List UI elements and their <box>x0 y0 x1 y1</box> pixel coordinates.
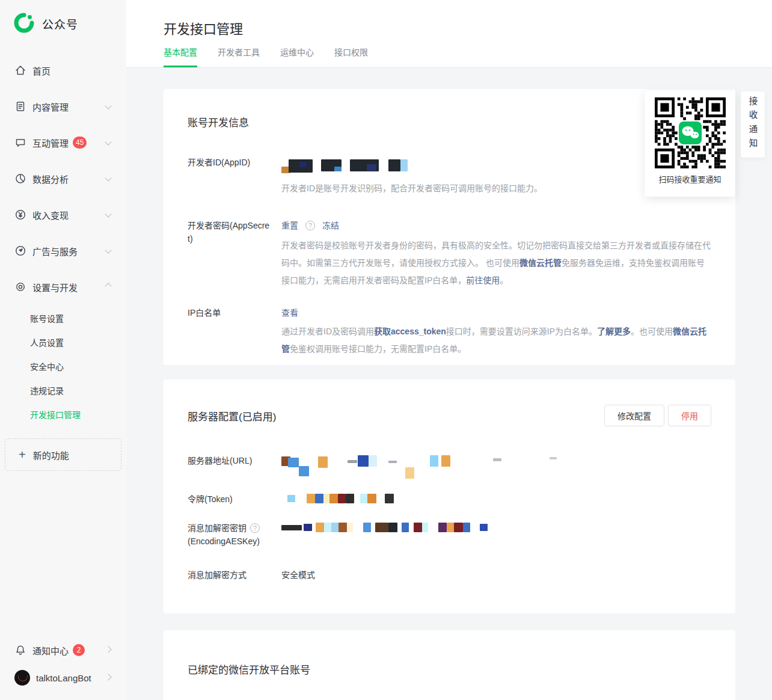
yen-circle-icon <box>14 209 26 221</box>
settings-submenu: 账号设置 人员设置 安全中心 违规记录 开发接口管理 <box>0 306 126 426</box>
sidebar-item-analytics[interactable]: 数据分析 <box>0 161 126 197</box>
account-row[interactable]: talktoLangBot <box>0 664 126 692</box>
chevron-right-icon <box>105 646 111 652</box>
reset-link[interactable]: 重置 <box>281 219 298 232</box>
sidebar-subitem-account-settings[interactable]: 账号设置 <box>0 306 126 330</box>
wechat-mp-logo-icon <box>13 12 35 35</box>
freeze-link[interactable]: 冻结 <box>322 219 339 232</box>
server-config-heading: 服务器配置(已启用) <box>188 408 276 423</box>
new-feature-button[interactable]: + 新的功能 <box>5 438 121 471</box>
sidebar-item-monetization[interactable]: 收入变现 <box>0 197 126 233</box>
go-use-link[interactable]: 前往使用 <box>466 275 500 285</box>
tab-bar: 基本配置 开发者工具 运维中心 接口权限 <box>164 46 368 67</box>
learn-more-link[interactable]: 了解更多 <box>597 327 631 336</box>
appid-label: 开发者ID(AppID) <box>188 156 281 197</box>
tab-ops-center[interactable]: 运维中心 <box>280 46 314 67</box>
sidebar-subitem-security-center[interactable]: 安全中心 <box>0 354 126 378</box>
aeskey-redacted-value <box>281 521 711 533</box>
chevron-right-icon <box>105 674 111 680</box>
notice-center-row[interactable]: 通知中心 2 <box>0 636 126 664</box>
encrypt-method-value: 安全模式 <box>281 568 711 582</box>
token-row: 令牌(Token) <box>188 493 711 506</box>
page-title: 开发接口管理 <box>164 18 243 37</box>
aeskey-label: 消息加解密密钥? (EncodingAESKey) <box>188 521 281 548</box>
view-link[interactable]: 查看 <box>281 308 298 318</box>
disable-button[interactable]: 停用 <box>668 405 711 426</box>
tab-basic-config[interactable]: 基本配置 <box>164 46 197 67</box>
chevron-up-icon <box>105 283 111 289</box>
server-url-row: 服务器地址(URL) <box>188 454 711 479</box>
appsecret-label: 开发者密码(AppSecret) <box>188 219 281 289</box>
bound-platform-heading: 已绑定的微信开放平台账号 <box>188 662 711 677</box>
sidebar-subitem-staff-settings[interactable]: 人员设置 <box>0 330 126 354</box>
unread-badge: 45 <box>73 137 87 149</box>
server-url-label: 服务器地址(URL) <box>188 454 281 479</box>
gear-icon <box>14 281 26 293</box>
tab-developer-tools[interactable]: 开发者工具 <box>218 46 260 67</box>
sidebar-subitem-violation-records[interactable]: 违规记录 <box>0 378 126 402</box>
modify-config-button[interactable]: 修改配置 <box>604 405 664 426</box>
appsecret-desc: 开发者密码是校验账号开发者身份的密码，具有极高的安全性。切记勿把密码直接交给第三… <box>281 237 711 289</box>
qr-notification-popup: 扫码接收重要通知 <box>645 91 735 197</box>
account-dev-heading: 账号开发信息 <box>188 114 711 129</box>
help-icon[interactable]: ? <box>250 523 260 533</box>
brand-header: 公众号 <box>0 0 126 35</box>
page-header: 开发接口管理 基本配置 开发者工具 运维中心 接口权限 <box>126 0 772 68</box>
access-token-link[interactable]: 获取access_token <box>374 327 446 336</box>
tab-api-permissions[interactable]: 接口权限 <box>334 46 368 67</box>
sidebar-item-home[interactable]: 首页 <box>0 52 126 88</box>
encrypt-method-row: 消息加解密方式 安全模式 <box>188 568 711 582</box>
sidebar-item-interaction[interactable]: 互动管理 45 <box>0 124 126 161</box>
document-icon <box>14 100 26 112</box>
receive-notifications-tab[interactable]: 接收通知 <box>741 91 765 158</box>
chevron-down-icon <box>105 247 111 253</box>
sidebar: 公众号 首页 内容管理 互动管理 45 数据 <box>0 0 126 700</box>
ip-whitelist-label: IP白名单 <box>188 306 281 358</box>
brand-title: 公众号 <box>42 16 78 32</box>
ip-whitelist-row: IP白名单 查看 通过开发者ID及密码调用获取access_token接口时，需… <box>188 306 711 358</box>
account-name: talktoLangBot <box>36 673 91 683</box>
avatar <box>14 670 30 686</box>
appid-row: 开发者ID(AppID) 开发者ID是账号开发识别码，配合开发者密码可调用账号的… <box>188 156 711 197</box>
encrypt-method-label: 消息加解密方式 <box>188 568 281 582</box>
sidebar-item-content[interactable]: 内容管理 <box>0 88 126 124</box>
chat-icon <box>14 137 26 149</box>
pie-chart-icon <box>14 173 26 185</box>
chevron-down-icon <box>105 102 111 109</box>
ip-whitelist-desc: 通过开发者ID及密码调用获取access_token接口时，需要设置访问来源IP… <box>281 323 711 358</box>
appsecret-row: 开发者密码(AppSecret) 重置 ? 冻结 开发者密码是校验账号开发者身份… <box>188 219 711 289</box>
chevron-down-icon <box>105 174 111 181</box>
bound-platform-card: 已绑定的微信开放平台账号 <box>164 630 735 700</box>
sidebar-subitem-dev-interface[interactable]: 开发接口管理 <box>0 402 126 426</box>
chevron-down-icon <box>105 210 111 217</box>
qr-caption: 扫码接收重要通知 <box>645 173 735 185</box>
bell-icon <box>14 644 26 656</box>
server-config-card: 服务器配置(已启用) 修改配置 停用 服务器地址(URL) 令牌(Token) … <box>164 379 735 613</box>
compass-icon <box>14 245 26 257</box>
chevron-down-icon <box>105 138 111 145</box>
qr-code <box>655 97 726 168</box>
plus-icon: + <box>19 448 26 462</box>
aeskey-row: 消息加解密密钥? (EncodingAESKey) <box>188 521 711 548</box>
sidebar-item-settings-dev[interactable]: 设置与开发 <box>0 269 126 305</box>
server-url-redacted-value <box>281 454 711 479</box>
sidebar-item-ads[interactable]: 广告与服务 <box>0 233 126 269</box>
sidebar-menu: 首页 内容管理 互动管理 45 数据分析 <box>0 52 126 305</box>
token-label: 令牌(Token) <box>188 493 281 506</box>
notice-badge: 2 <box>73 644 85 656</box>
cloud-hosting-link[interactable]: 微信云托管 <box>519 258 562 268</box>
home-icon <box>14 64 26 76</box>
help-icon[interactable]: ? <box>305 221 315 230</box>
token-redacted-value <box>281 493 711 505</box>
